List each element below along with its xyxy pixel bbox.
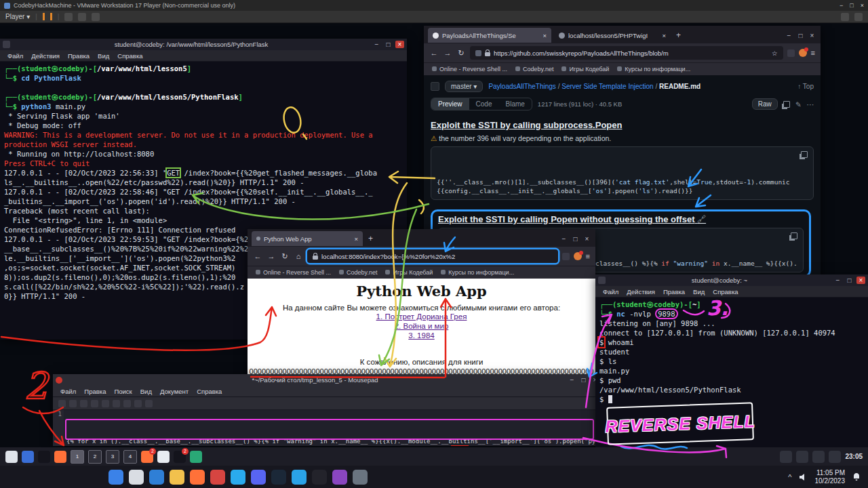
- ctrl-alt-del-icon[interactable]: [64, 13, 73, 21]
- firefox-icon[interactable]: [54, 451, 66, 463]
- bm-codeby-net[interactable]: Codeby.net: [339, 269, 377, 276]
- menu-icon[interactable]: ≡: [811, 49, 815, 57]
- restore-button[interactable]: □: [796, 32, 805, 39]
- mi-файл[interactable]: Файл: [4, 52, 26, 60]
- devices-icon[interactable]: [854, 13, 863, 21]
- maximize-button[interactable]: □: [384, 41, 393, 48]
- minimize-button[interactable]: −: [785, 32, 793, 39]
- book-link-3[interactable]: 3. 1984: [248, 331, 595, 340]
- start-button[interactable]: [108, 470, 123, 485]
- bm-online-reverse-shell-[interactable]: Online - Reverse Shell ...: [432, 66, 507, 73]
- breadcrumb-repo[interactable]: PayloadsAllTheThings: [488, 83, 556, 90]
- raw-button[interactable]: Raw: [752, 98, 778, 110]
- tab-python-web-app[interactable]: Python Web App ×: [252, 231, 363, 246]
- close-button[interactable]: ×: [861, 2, 864, 9]
- reload-icon[interactable]: ↻: [456, 49, 466, 58]
- extensions-icon[interactable]: [787, 49, 795, 57]
- new-tab-button[interactable]: +: [366, 234, 376, 243]
- maximize-button[interactable]: □: [850, 2, 853, 9]
- mi-вид[interactable]: Вид: [94, 52, 113, 60]
- explorer-icon[interactable]: [170, 470, 184, 485]
- mi-файл[interactable]: Файл: [599, 288, 622, 296]
- close-button[interactable]: ×: [856, 277, 865, 284]
- code-block-1[interactable]: {{''.__class__.mro()[1].__subclasses__()…: [431, 146, 814, 200]
- tab-localhost-phptwig[interactable]: localhost/lesson5/PHPTwigI ×: [554, 28, 671, 43]
- kali-menu-icon[interactable]: [5, 451, 18, 463]
- back-icon[interactable]: ←: [253, 252, 262, 260]
- bm-online-reverse-shell-[interactable]: Online - Reverse Shell ...: [256, 269, 331, 276]
- workspace-4[interactable]: 4: [123, 450, 137, 464]
- mi-правка[interactable]: Правка: [64, 52, 93, 60]
- workspace-2[interactable]: 2: [88, 450, 102, 464]
- restore-button[interactable]: □: [571, 235, 580, 243]
- bookmark-star-icon[interactable]: ☆: [772, 49, 778, 57]
- terminal-titlebar[interactable]: student@codeby: /var/www/html/lesson5/Py…: [0, 39, 407, 50]
- mi-действия[interactable]: Действия: [28, 52, 63, 60]
- mi-вид[interactable]: Вид: [137, 388, 155, 395]
- tab-blame[interactable]: Blame: [498, 98, 531, 110]
- forward-icon[interactable]: →: [443, 49, 452, 57]
- tab-code[interactable]: Code: [469, 98, 499, 110]
- section-heading-2[interactable]: Exploit the SSTI by calling Popen withou…: [438, 214, 804, 224]
- maximize-button[interactable]: □: [845, 277, 854, 284]
- minimize-button[interactable]: −: [559, 235, 568, 243]
- copy-file-icon[interactable]: [783, 101, 790, 108]
- vscode-icon[interactable]: [292, 470, 307, 485]
- notifications-icon[interactable]: [829, 451, 841, 463]
- terminal-window-icon[interactable]: 2: [174, 451, 186, 463]
- anchor-link-icon[interactable]: 🔗︎: [697, 214, 706, 224]
- undo-icon[interactable]: [91, 400, 98, 407]
- minimize-button[interactable]: −: [840, 2, 843, 9]
- close-tab-icon[interactable]: ×: [662, 32, 666, 39]
- snapshot-icon[interactable]: [78, 13, 86, 21]
- tray-expand-icon[interactable]: ^: [788, 473, 791, 481]
- media-player-icon[interactable]: [332, 470, 347, 485]
- mi-справка[interactable]: Справка: [114, 52, 146, 60]
- network-icon[interactable]: [812, 451, 825, 463]
- file-manager-icon[interactable]: [22, 451, 34, 463]
- open-file-icon[interactable]: [69, 400, 77, 407]
- copy-code-icon[interactable]: [791, 232, 797, 239]
- firefox-window-icon[interactable]: 2: [141, 451, 153, 463]
- search-icon[interactable]: [145, 400, 153, 407]
- chromium-icon[interactable]: [157, 451, 170, 463]
- bm-игры-кодебай[interactable]: Игры Кодебай: [385, 269, 433, 276]
- terminal-icon[interactable]: [312, 470, 327, 485]
- close-button[interactable]: ×: [808, 32, 816, 39]
- firefox-icon[interactable]: [190, 470, 205, 485]
- mi-справка[interactable]: Справка: [709, 288, 741, 296]
- mi-справка[interactable]: Справка: [193, 388, 225, 395]
- home-icon[interactable]: ⌂: [294, 252, 303, 260]
- close-button[interactable]: ×: [395, 41, 404, 48]
- url-bar[interactable]: localhost:8080/index?book={%%20for%20x%2: [307, 249, 558, 263]
- mi-поиск[interactable]: Поиск: [111, 388, 135, 395]
- book-link-2[interactable]: 2. Война и мир: [248, 321, 595, 331]
- back-icon[interactable]: ←: [429, 49, 439, 57]
- breadcrumb-folder[interactable]: Server Side Template Injection: [561, 83, 653, 90]
- mousepad-titlebar[interactable]: *~/Рабочий стол/tmp_lesson_5 - Mousepad …: [53, 374, 602, 386]
- reload-icon[interactable]: ↻: [280, 252, 290, 261]
- edge-icon[interactable]: [149, 470, 164, 485]
- forward-icon[interactable]: →: [267, 252, 276, 260]
- mi-правка[interactable]: Правка: [660, 288, 688, 296]
- mi-файл[interactable]: Файл: [57, 388, 79, 395]
- close-tab-icon[interactable]: ×: [542, 32, 547, 39]
- terminal-icon[interactable]: [38, 451, 50, 463]
- book-link-1[interactable]: 1. Портрет Дориана Грея: [248, 312, 595, 321]
- workspace-3[interactable]: 3: [106, 450, 119, 464]
- mi-действия[interactable]: Действия: [623, 288, 658, 296]
- more-options-icon[interactable]: ⋯: [807, 100, 814, 108]
- tab-payloadsallthethings[interactable]: PayloadsAllTheThings/Se ×: [428, 28, 551, 43]
- mi-вид[interactable]: Вид: [690, 288, 708, 296]
- terminal-titlebar[interactable]: student@codeby: ~ − □ ×: [595, 274, 868, 286]
- fullscreen-icon[interactable]: [92, 13, 100, 21]
- cut-icon[interactable]: [113, 400, 120, 407]
- unity-icon[interactable]: [841, 13, 849, 21]
- maximize-button[interactable]: □: [579, 376, 588, 384]
- new-file-icon[interactable]: [58, 400, 66, 407]
- bm-курсы-по-информаци-[interactable]: Курсы по информаци...: [441, 269, 514, 276]
- telegram-icon[interactable]: [231, 470, 245, 485]
- volume-icon[interactable]: [796, 451, 808, 463]
- minimize-button[interactable]: −: [372, 41, 381, 48]
- new-tab-button[interactable]: +: [673, 30, 684, 40]
